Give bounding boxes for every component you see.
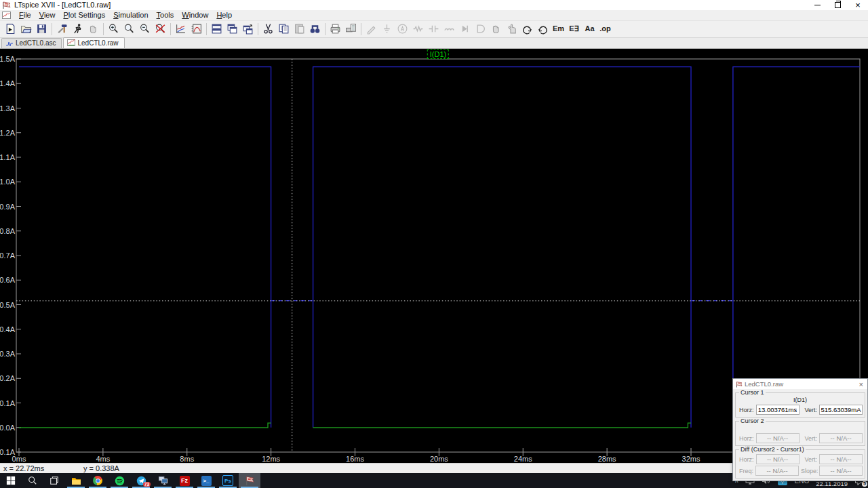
trace-I(D1)-on-level xyxy=(19,66,271,427)
y-tick-label: 1.0A xyxy=(0,178,16,186)
trace-I(D1)-on-level xyxy=(313,66,691,427)
run-icon[interactable] xyxy=(71,22,85,36)
diff-slope-value xyxy=(819,466,863,476)
cursor-dialog-close-icon[interactable]: × xyxy=(858,380,865,388)
x-tick-label: 24ms xyxy=(514,455,532,463)
taskbar-spotify[interactable] xyxy=(108,473,130,488)
menu-tools[interactable]: Tools xyxy=(153,10,178,20)
toolbar-separator xyxy=(258,23,258,35)
tab-ledctl0-raw[interactable]: LedCTL0.raw xyxy=(63,37,124,48)
arrange-windows-icon[interactable] xyxy=(241,22,255,36)
redo-icon[interactable] xyxy=(536,22,550,36)
find-icon[interactable] xyxy=(308,22,322,36)
component-icon xyxy=(473,22,488,36)
diff-group: Diff (Cursor2 - Cursor1) Horz: Vert: Fre… xyxy=(735,449,865,479)
halt-icon xyxy=(86,22,100,36)
restore-icon xyxy=(835,2,841,8)
y-tick-label: -0.1A xyxy=(0,448,16,456)
y-tick-label: 0.8A xyxy=(0,227,16,235)
x-tick-label: 20ms xyxy=(430,455,448,463)
cursor1-horz-value[interactable] xyxy=(756,405,800,415)
cascade-windows-icon[interactable] xyxy=(225,22,239,36)
mirror-icon[interactable]: Em xyxy=(551,22,566,36)
x-tick-label: 4ms xyxy=(96,455,110,463)
taskbar-photoshop[interactable]: Ps xyxy=(217,473,239,488)
y-tick-label: 0.1A xyxy=(0,399,16,407)
taskbar-file-explorer[interactable] xyxy=(65,473,87,488)
zoom-back-icon[interactable] xyxy=(122,22,136,36)
zoom-out-icon[interactable] xyxy=(138,22,152,36)
restore-button[interactable] xyxy=(827,0,848,10)
diff-vert-value xyxy=(819,454,863,464)
taskbar-task-view-button[interactable] xyxy=(43,473,65,488)
taskbar-remote-desktop[interactable] xyxy=(152,473,174,488)
toolbar-separator xyxy=(361,23,361,35)
cursor1-vert-label: Vert: xyxy=(802,407,818,413)
cursor1-group: Cursor 1 I(D1) Horz: Vert: xyxy=(735,392,865,418)
menu-view[interactable]: View xyxy=(35,10,60,20)
taskbar-telegram[interactable]: 73 xyxy=(130,473,152,488)
toolbar-separator xyxy=(103,23,104,35)
cursor-dialog-titlebar[interactable]: LedCTL0.raw × xyxy=(733,379,867,389)
print-preview-icon[interactable] xyxy=(344,22,358,36)
ground-icon xyxy=(380,22,394,36)
x-tick-label: 28ms xyxy=(598,455,616,463)
zoom-full-icon[interactable] xyxy=(153,22,167,36)
diff-horz-value xyxy=(756,454,800,464)
menu-window[interactable]: Window xyxy=(178,10,212,20)
toolbar-separator xyxy=(170,23,171,35)
new-schematic-icon[interactable] xyxy=(3,22,18,36)
diff-group-label: Diff (Cursor2 - Cursor1) xyxy=(739,446,806,453)
y-tick-label: 0.2A xyxy=(0,374,16,382)
control-panel-icon[interactable] xyxy=(55,22,69,36)
spice-directive-icon[interactable]: .op xyxy=(598,22,612,36)
tab-ledctl0-asc[interactable]: LedCTL0.asc xyxy=(1,38,62,48)
menu-plot-settings[interactable]: Plot Settings xyxy=(59,10,109,20)
taskbar-powershell[interactable]: >_ xyxy=(195,473,217,488)
copy-icon[interactable] xyxy=(277,22,291,36)
menu-file[interactable]: File xyxy=(15,10,35,20)
y-tick-label: 0.3A xyxy=(0,350,16,358)
taskbar-filezilla[interactable]: Fz xyxy=(174,473,195,488)
close-button[interactable]: × xyxy=(848,0,868,10)
text-icon[interactable]: Aa xyxy=(583,22,597,36)
zoom-in-icon[interactable] xyxy=(106,22,121,36)
inductor-icon xyxy=(442,22,456,36)
y-tick-label: 0.0A xyxy=(0,424,16,432)
cursor2-horz-label: Horz: xyxy=(738,435,754,442)
minimize-button[interactable] xyxy=(807,0,827,10)
open-icon[interactable] xyxy=(19,22,33,36)
minimize-icon xyxy=(814,5,821,5)
cursor2-vert-value xyxy=(819,433,863,443)
cursor-dialog[interactable]: LedCTL0.raw × Cursor 1 I(D1) Horz: Vert:… xyxy=(732,378,868,481)
cursor-dialog-body: Cursor 1 I(D1) Horz: Vert: Cursor 2 Horz… xyxy=(733,389,867,481)
taskbar-start-button[interactable] xyxy=(0,473,22,488)
cut-icon[interactable] xyxy=(261,22,275,36)
taskbar-ltspice[interactable] xyxy=(239,473,260,488)
print-icon[interactable] xyxy=(328,22,342,36)
wire-icon xyxy=(364,22,378,36)
x-tick-label: 32ms xyxy=(682,455,701,463)
trace-I(D1)-off-level xyxy=(313,423,691,428)
menu-help[interactable]: Help xyxy=(212,10,236,20)
tray-date: 22.11.2019 xyxy=(816,481,848,487)
paste-icon xyxy=(292,22,307,36)
trace-label-id1[interactable]: I(D1) xyxy=(427,49,449,59)
y-tick-label: 0.9A xyxy=(0,202,16,210)
menu-simulation[interactable]: Simulation xyxy=(109,10,152,20)
tile-windows-icon[interactable] xyxy=(210,22,224,36)
app-icon xyxy=(2,1,12,9)
autorange-icon[interactable] xyxy=(174,22,188,36)
cursor2-group: Cursor 2 Horz: Vert: xyxy=(735,421,865,446)
taskbar-chrome[interactable] xyxy=(87,473,108,488)
taskbar-search-button[interactable] xyxy=(22,473,43,488)
cursor1-vert-value[interactable] xyxy=(819,405,863,415)
y-tick-label: 1.3A xyxy=(0,104,16,112)
undo-icon[interactable] xyxy=(520,22,534,36)
child-window-icon[interactable] xyxy=(2,12,12,20)
plot-settings-icon[interactable] xyxy=(189,22,203,36)
save-icon[interactable] xyxy=(35,22,49,36)
diff-vert-label: Vert: xyxy=(802,456,818,463)
toolbar: EmE∃Aa.op xyxy=(0,21,868,38)
rotate-icon[interactable]: E∃ xyxy=(567,22,581,36)
